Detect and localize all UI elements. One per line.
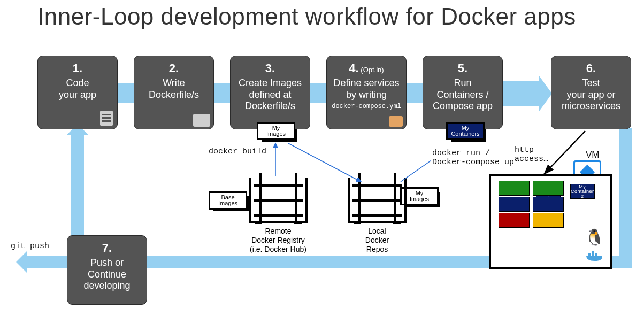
vm-container-2-title: MyContainer 2 [570,184,595,199]
vm-layer-yellow [533,213,564,228]
step-3-text: Create Imagesdefined atDockerfile/s [234,78,306,112]
my-containers-card: MyContainers [446,122,485,140]
vm-layer-red [499,213,530,228]
step-6-number: 6. [586,61,596,75]
vm-container-2-stack: MyContainer 2 [533,181,564,263]
my-containers-card-inner: MyContainers [446,122,485,140]
step-3-create-images: 3. Create Imagesdefined atDockerfile/s [230,56,310,129]
vm-layer-green [499,181,530,196]
flow-6-down [619,128,632,266]
step-5-text: RunContainers /Compose app [426,78,499,112]
step-5-run: 5. RunContainers /Compose app [423,56,503,129]
linux-penguin-icon: 🐧 [585,228,604,246]
step-6-test: 6. Testyour app ormicroservices [551,56,631,129]
vm-layer-green [533,181,564,196]
base-images-card: BaseImages [209,191,247,210]
step-5-number: 5. [458,61,467,75]
label-docker-run: docker run /Docker-compose up [432,149,514,167]
compose-icon [389,116,403,127]
flow-git-push [26,256,71,268]
step-2-number: 2. [169,61,179,75]
remote-registry-label: RemoteDocker Registry(i.e. Docker Hub) [249,227,308,253]
step-3-number: 3. [265,61,275,75]
docker-whale-icon [585,248,604,264]
step-4-filename: docker-compose.yml [330,103,403,110]
step-1-number: 1. [73,61,82,75]
my-images-card-top: MyImages [257,122,295,140]
step-1-code: 1. Codeyour app [37,56,118,129]
step-1-text: Codeyour app [41,78,114,101]
document-icon [100,111,113,126]
vm-layer-navy [533,197,564,212]
arrow-git-push [16,251,27,273]
step-4-opt: (Opt.in) [359,66,384,74]
step-7-push: 7. Push orContinuedeveloping [67,235,147,305]
docker-whale-icon [193,114,210,127]
step-4-compose: 4. (Opt.in) Define servicesby writing do… [326,56,407,129]
label-git-push: git push [11,242,49,251]
my-images-card: MyImages [257,122,295,140]
vm-container-1-stack: MyContainer 1 [499,181,530,263]
flow-7-up [71,130,84,237]
svg-line-3 [543,131,585,175]
step-4-text: Define servicesby writing [330,78,403,101]
diagram-title: Inner-Loop development workflow for Dock… [37,3,576,30]
step-6-text: Testyour app ormicroservices [555,78,627,112]
arrow-test-to-vm [540,131,588,179]
step-2-dockerfile: 2. WriteDockerfile/s [134,56,214,129]
step-2-text: WriteDockerfile/s [137,78,210,101]
svg-line-1 [288,143,361,182]
step-4-number: 4. [349,61,358,75]
arrow-5-to-6 [501,81,540,106]
step-7-number: 7. [102,241,112,255]
vm-layer-navy [499,197,530,212]
vm-box: MyContainer 1 MyContainer 2 🐧 [489,174,612,269]
svg-line-2 [401,142,431,182]
flow-build-arrows [270,140,431,204]
base-images-card-inner: BaseImages [209,191,247,210]
step-7-text: Push orContinuedeveloping [71,257,143,292]
label-docker-build: docker build [209,147,266,156]
local-repos-label: LocalDockerRepos [348,227,407,253]
